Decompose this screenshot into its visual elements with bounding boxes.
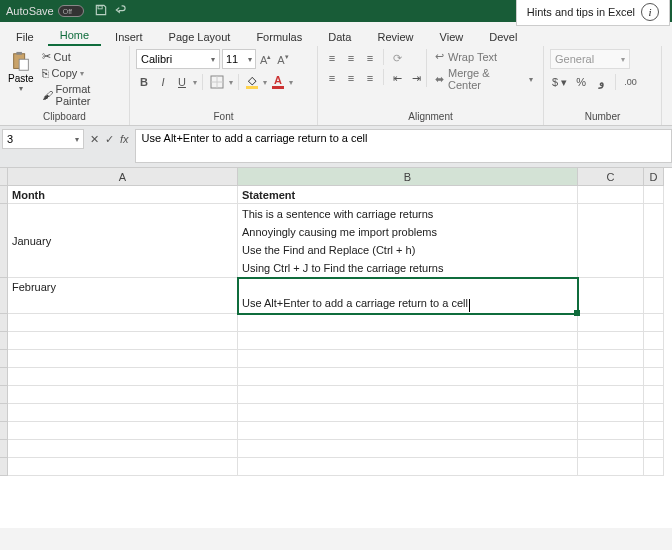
copy-button[interactable]: ⎘Copy ▾ [40,66,123,80]
col-header-b[interactable]: B [238,168,578,186]
underline-button[interactable]: U [174,73,190,91]
row-gutter[interactable] [0,350,8,368]
increase-indent-icon[interactable]: ⇥ [408,69,424,87]
tab-developer[interactable]: Devel [477,27,529,46]
cell[interactable] [644,332,664,350]
cell[interactable] [8,332,238,350]
tab-review[interactable]: Review [365,27,425,46]
fx-icon[interactable]: fx [120,133,129,145]
tab-page-layout[interactable]: Page Layout [157,27,243,46]
row-gutter[interactable] [0,186,8,204]
formula-bar-input[interactable]: Use Alt+Enter to add a carriage return t… [135,129,672,163]
cell[interactable] [644,368,664,386]
cell-a3[interactable]: February [8,278,238,314]
increase-font-icon[interactable]: A▴ [258,53,273,66]
cell[interactable] [8,440,238,458]
cell[interactable] [8,422,238,440]
cell[interactable] [238,458,578,476]
cell[interactable] [578,404,644,422]
orientation-icon[interactable]: ⟳ [389,49,405,67]
tab-data[interactable]: Data [316,27,363,46]
cell[interactable] [644,314,664,332]
row-gutter[interactable] [0,314,8,332]
font-name-select[interactable]: Calibri▾ [136,49,220,69]
name-box[interactable]: 3▾ [2,129,84,149]
cell[interactable] [8,404,238,422]
cell[interactable] [578,422,644,440]
cell-a1[interactable]: Month [8,186,238,204]
cell-d2[interactable] [644,204,664,278]
cell[interactable] [238,440,578,458]
comma-style-button[interactable]: و [593,73,609,91]
col-header-d[interactable]: D [644,168,664,186]
align-bottom-icon[interactable]: ≡ [362,49,378,67]
row-gutter[interactable] [0,368,8,386]
cell[interactable] [644,458,664,476]
row-gutter[interactable] [0,278,8,314]
cell-b1[interactable]: Statement [238,186,578,204]
row-gutter[interactable] [0,440,8,458]
cell[interactable] [578,314,644,332]
cut-button[interactable]: ✂Cut [40,49,123,64]
row-gutter[interactable] [0,422,8,440]
cell[interactable] [578,332,644,350]
cell[interactable] [644,422,664,440]
row-gutter[interactable] [0,386,8,404]
decrease-indent-icon[interactable]: ⇤ [389,69,405,87]
borders-button[interactable] [208,73,226,91]
cell-a2[interactable]: January [8,204,238,278]
tab-insert[interactable]: Insert [103,27,155,46]
cell[interactable] [238,332,578,350]
tab-file[interactable]: File [4,27,46,46]
decrease-font-icon[interactable]: A▾ [275,53,290,66]
tab-formulas[interactable]: Formulas [244,27,314,46]
confirm-edit-icon[interactable]: ✓ [105,133,114,146]
cell[interactable] [578,440,644,458]
tab-home[interactable]: Home [48,25,101,46]
align-center-icon[interactable]: ≡ [343,69,359,87]
font-size-select[interactable]: 11▾ [222,49,256,69]
cell-b3-editing[interactable]: Use Alt+Enter to add a carriage return t… [238,278,578,314]
cell[interactable] [578,350,644,368]
undo-icon[interactable] [114,3,128,19]
font-color-button[interactable]: A [270,75,286,89]
cell[interactable] [644,440,664,458]
col-header-c[interactable]: C [578,168,644,186]
cell[interactable] [238,404,578,422]
format-painter-button[interactable]: 🖌Format Painter [40,82,123,108]
cell-d1[interactable] [644,186,664,204]
cell[interactable] [644,350,664,368]
autosave-toggle[interactable]: AutoSave Off [6,5,84,17]
paste-button[interactable]: Paste ▾ [6,49,36,109]
cell[interactable] [238,368,578,386]
italic-button[interactable]: I [155,73,171,91]
cell[interactable] [8,314,238,332]
cell[interactable] [8,458,238,476]
increase-decimal-icon[interactable]: .00 [622,73,639,91]
accounting-format-button[interactable]: $ ▾ [550,73,569,91]
select-all-corner[interactable] [0,168,8,186]
cell[interactable] [8,350,238,368]
row-gutter[interactable] [0,332,8,350]
cell[interactable] [238,386,578,404]
cell[interactable] [578,386,644,404]
cell-c1[interactable] [578,186,644,204]
worksheet[interactable]: A B C D Month Statement January This is … [0,168,672,528]
merge-center-button[interactable]: ⬌Merge & Center ▾ [431,66,537,92]
align-top-icon[interactable]: ≡ [324,49,340,67]
wrap-text-button[interactable]: ↩Wrap Text [431,49,537,64]
number-format-select[interactable]: General▾ [550,49,630,69]
cell[interactable] [644,386,664,404]
save-icon[interactable] [94,3,108,19]
row-gutter[interactable] [0,204,8,278]
cell[interactable] [238,422,578,440]
cell-c2[interactable] [578,204,644,278]
align-left-icon[interactable]: ≡ [324,69,340,87]
cell[interactable] [238,314,578,332]
bold-button[interactable]: B [136,73,152,91]
align-right-icon[interactable]: ≡ [362,69,378,87]
fill-color-button[interactable]: ◇ [244,75,260,89]
cell-c3[interactable] [578,278,644,314]
cell-d3[interactable] [644,278,664,314]
cell[interactable] [644,404,664,422]
